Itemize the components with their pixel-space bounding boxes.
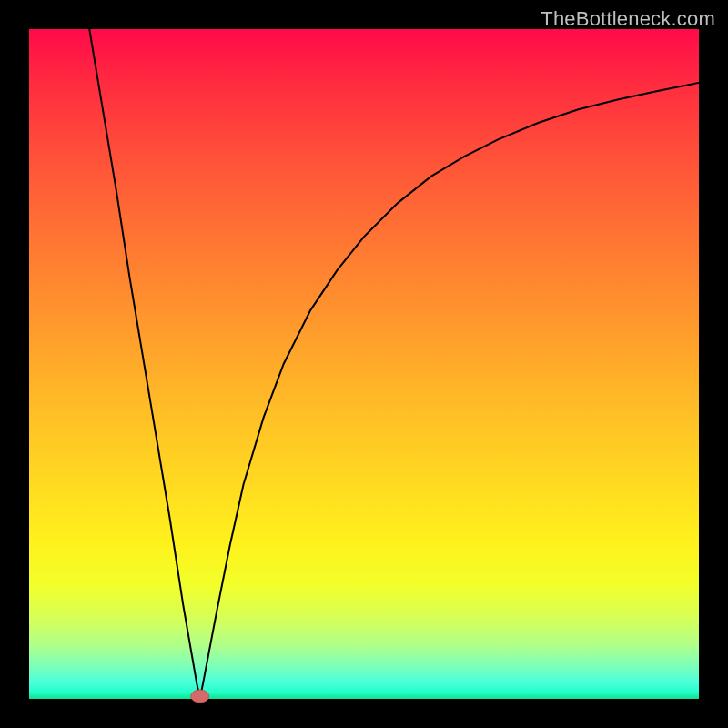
minimum-marker [191, 690, 209, 703]
plot-area [29, 29, 699, 699]
watermark-text: TheBottleneck.com [541, 7, 715, 31]
curve-svg [29, 29, 699, 699]
bottleneck-curve [89, 29, 699, 699]
chart-frame: TheBottleneck.com [0, 0, 728, 728]
